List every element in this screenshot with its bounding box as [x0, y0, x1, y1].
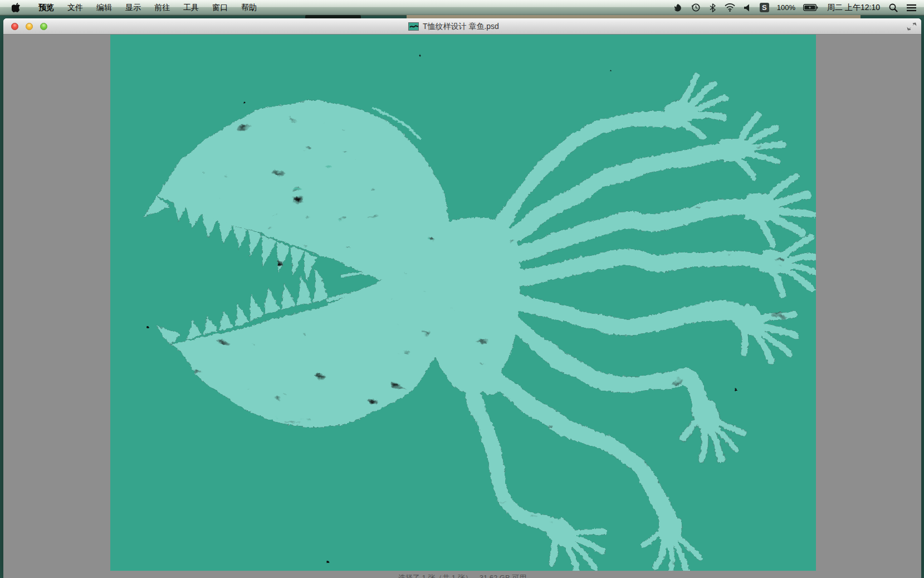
menu-help[interactable]: 帮助 [241, 3, 257, 13]
window-title-bar[interactable]: T恤纹样设计 章鱼.psd [3, 18, 921, 35]
wifi-icon[interactable] [725, 3, 735, 12]
octopus-artwork: .ink { fill:#0e0e0e; } .arm { fill:none;… [110, 35, 816, 571]
input-method-badge[interactable]: S [760, 3, 769, 12]
bluetooth-icon[interactable] [710, 3, 716, 12]
bird-icon[interactable] [673, 3, 682, 12]
menu-bar: 预览 文件 编辑 显示 前往 工具 窗口 帮助 S 100% 周二 上午12:1 [0, 0, 924, 16]
window-title-group: T恤纹样设计 章鱼.psd [408, 18, 499, 35]
minimize-button[interactable] [26, 23, 33, 30]
spotlight-icon[interactable] [889, 3, 898, 12]
document-proxy-icon[interactable] [408, 22, 419, 31]
menu-view[interactable]: 显示 [125, 3, 141, 13]
status-bar-text: 选择了 1 张（共 1 张），31.62 GB 可用 [3, 573, 921, 578]
menu-bar-clock[interactable]: 周二 上午12:10 [827, 3, 880, 13]
zoom-button[interactable] [40, 23, 47, 30]
apple-menu[interactable] [12, 3, 20, 12]
menu-bar-menus: 预览 文件 编辑 显示 前往 工具 窗口 帮助 [0, 0, 263, 15]
fullscreen-icon[interactable] [907, 22, 917, 31]
battery-percent: 100% [777, 3, 795, 12]
image-canvas[interactable]: .ink { fill:#0e0e0e; } .arm { fill:none;… [110, 35, 816, 571]
apple-logo-icon [12, 3, 20, 12]
close-button[interactable] [11, 23, 18, 30]
battery-icon[interactable] [803, 4, 818, 11]
menu-window[interactable]: 窗口 [212, 3, 228, 13]
notification-center-icon[interactable] [907, 4, 916, 12]
time-machine-icon[interactable] [691, 3, 701, 12]
window-title: T恤纹样设计 章鱼.psd [423, 22, 499, 32]
window-content: .ink { fill:#0e0e0e; } .arm { fill:none;… [3, 35, 921, 578]
menu-tools[interactable]: 工具 [183, 3, 199, 13]
menu-bar-status: S 100% 周二 上午12:10 [669, 0, 924, 15]
volume-icon[interactable] [744, 4, 751, 12]
menu-app-name[interactable]: 预览 [38, 3, 54, 13]
menu-file[interactable]: 文件 [67, 3, 83, 13]
menu-go[interactable]: 前往 [154, 3, 170, 13]
preview-window: T恤纹样设计 章鱼.psd [3, 18, 921, 578]
menu-edit[interactable]: 编辑 [96, 3, 112, 13]
